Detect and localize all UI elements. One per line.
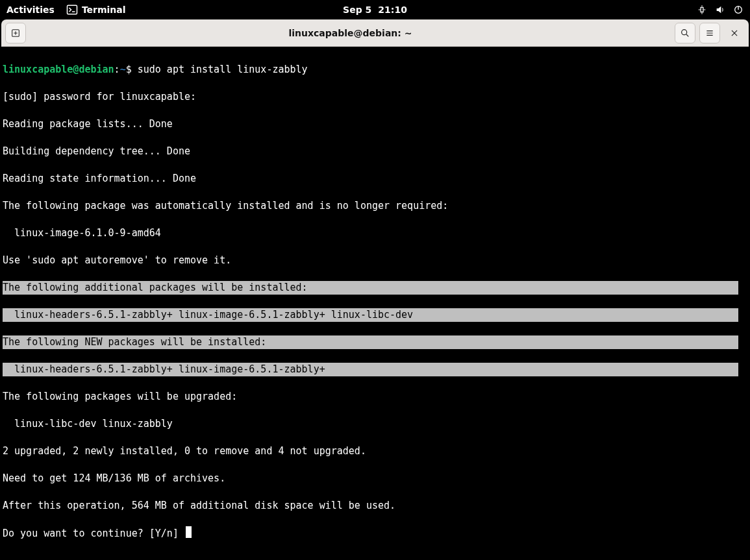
output-line: Need to get 124 MB/136 MB of archives.	[3, 472, 747, 485]
prompt-cwd: ~	[120, 64, 126, 75]
app-indicator-label: Terminal	[82, 5, 126, 15]
terminal-viewport[interactable]: linuxcapable@debian:~$ sudo apt install …	[1, 47, 749, 559]
hamburger-icon	[705, 28, 715, 38]
scrollbar-thumb[interactable]	[738, 47, 749, 559]
prompt-separator: :	[114, 64, 120, 75]
output-line: linux-image-6.1.0-9-amd64	[3, 226, 747, 240]
new-tab-button[interactable]	[5, 23, 26, 43]
system-tray[interactable]	[697, 5, 744, 15]
window-title: linuxcapable@debian: ~	[26, 28, 675, 38]
output-line: 2 upgraded, 2 newly installed, 0 to remo…	[3, 444, 747, 458]
prompt-command: sudo apt install linux-zabbly	[138, 64, 308, 75]
activities-button[interactable]: Activities	[6, 5, 55, 15]
terminal-icon	[66, 4, 78, 16]
search-icon	[680, 28, 690, 38]
close-icon	[730, 29, 739, 38]
clock-time: 21:10	[378, 5, 407, 15]
output-line: Reading state information... Done	[3, 172, 747, 186]
plus-boxed-icon	[10, 28, 21, 38]
terminal-scrollbar[interactable]	[738, 47, 749, 559]
output-line: Building dependency tree... Done	[3, 145, 747, 158]
app-indicator[interactable]: Terminal	[66, 4, 126, 16]
window-titlebar: linuxcapable@debian: ~	[1, 19, 749, 47]
terminal-cursor	[186, 526, 192, 538]
output-line: Reading package lists... Done	[3, 117, 747, 131]
svg-line-8	[686, 34, 688, 36]
output-line-highlight: The following NEW packages will be insta…	[3, 335, 747, 349]
output-line-highlight: linux-headers-6.5.1-zabbly+ linux-image-…	[3, 363, 747, 376]
output-line: The following package was automatically …	[3, 199, 747, 213]
gnome-topbar: Activities Terminal Sep 5 21:10	[0, 0, 750, 19]
output-line: linux-libc-dev linux-zabbly	[3, 417, 747, 431]
prompt-line: linuxcapable@debian:~$ sudo apt install …	[3, 63, 747, 77]
power-icon	[733, 5, 744, 15]
search-button[interactable]	[675, 23, 695, 43]
terminal-window: linuxcapable@debian: ~ linuxcapable@debi…	[1, 19, 749, 559]
volume-icon	[715, 5, 725, 15]
output-line: Do you want to continue? [Y/n]	[3, 526, 747, 541]
clock[interactable]: Sep 5 21:10	[343, 5, 407, 15]
output-line: Use 'sudo apt autoremove' to remove it.	[3, 254, 747, 267]
output-line-highlight: linux-headers-6.5.1-zabbly+ linux-image-…	[3, 308, 747, 322]
prompt-symbol: $	[126, 64, 138, 75]
close-button[interactable]	[724, 23, 745, 43]
svg-point-7	[682, 29, 687, 34]
output-line-highlight: The following additional packages will b…	[3, 281, 747, 295]
output-line: The following packages will be upgraded:	[3, 390, 747, 404]
clock-date: Sep 5	[343, 5, 371, 15]
menu-button[interactable]	[699, 23, 720, 43]
output-line: After this operation, 564 MB of addition…	[3, 499, 747, 513]
network-icon	[697, 5, 707, 15]
prompt-user-host: linuxcapable@debian	[3, 64, 114, 75]
svg-rect-0	[67, 5, 77, 14]
output-line: [sudo] password for linuxcapable:	[3, 90, 747, 104]
